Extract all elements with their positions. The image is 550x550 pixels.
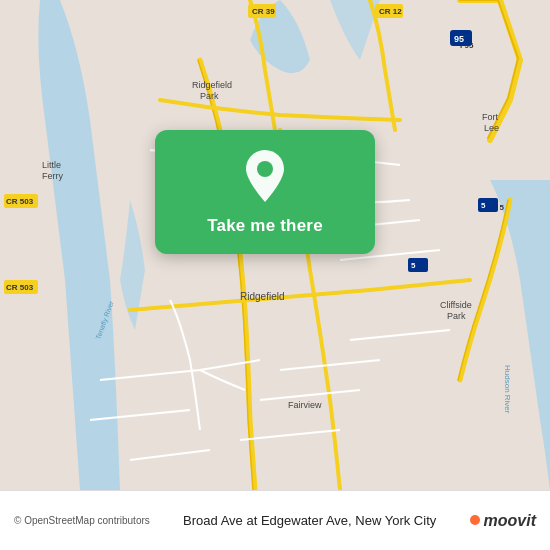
svg-text:Hudson River: Hudson River bbox=[503, 365, 512, 414]
moovit-dot-icon bbox=[470, 515, 480, 525]
svg-text:Cliffside: Cliffside bbox=[440, 300, 472, 310]
action-card: Take me there bbox=[155, 130, 375, 254]
svg-text:Park: Park bbox=[200, 91, 219, 101]
svg-text:Fort: Fort bbox=[482, 112, 499, 122]
moovit-brand-text: moovit bbox=[484, 512, 536, 530]
svg-text:Ferry: Ferry bbox=[42, 171, 63, 181]
bottom-bar: © OpenStreetMap contributors Broad Ave a… bbox=[0, 490, 550, 550]
location-text: Broad Ave at Edgewater Ave, New York Cit… bbox=[150, 513, 470, 528]
svg-text:CR 503: CR 503 bbox=[6, 283, 34, 292]
svg-text:CR 503: CR 503 bbox=[6, 197, 34, 206]
take-me-there-button[interactable]: Take me there bbox=[207, 214, 323, 238]
svg-text:95: 95 bbox=[454, 34, 464, 44]
svg-text:Fairview: Fairview bbox=[288, 400, 322, 410]
svg-text:CR 39: CR 39 bbox=[252, 7, 275, 16]
svg-text:5: 5 bbox=[481, 201, 486, 210]
svg-text:Ridgefield: Ridgefield bbox=[240, 291, 284, 302]
moovit-logo: moovit bbox=[470, 512, 536, 530]
location-pin-icon bbox=[237, 148, 293, 204]
svg-text:5: 5 bbox=[411, 261, 416, 270]
svg-text:Lee: Lee bbox=[484, 123, 499, 133]
svg-text:Park: Park bbox=[447, 311, 466, 321]
svg-text:Little: Little bbox=[42, 160, 61, 170]
svg-text:CR 12: CR 12 bbox=[379, 7, 402, 16]
svg-point-30 bbox=[257, 161, 273, 177]
map-attribution: © OpenStreetMap contributors bbox=[14, 515, 150, 526]
svg-text:Ridgefield: Ridgefield bbox=[192, 80, 232, 90]
map-container: Little Ferry Ridgefield Park Fort Lee Ri… bbox=[0, 0, 550, 490]
